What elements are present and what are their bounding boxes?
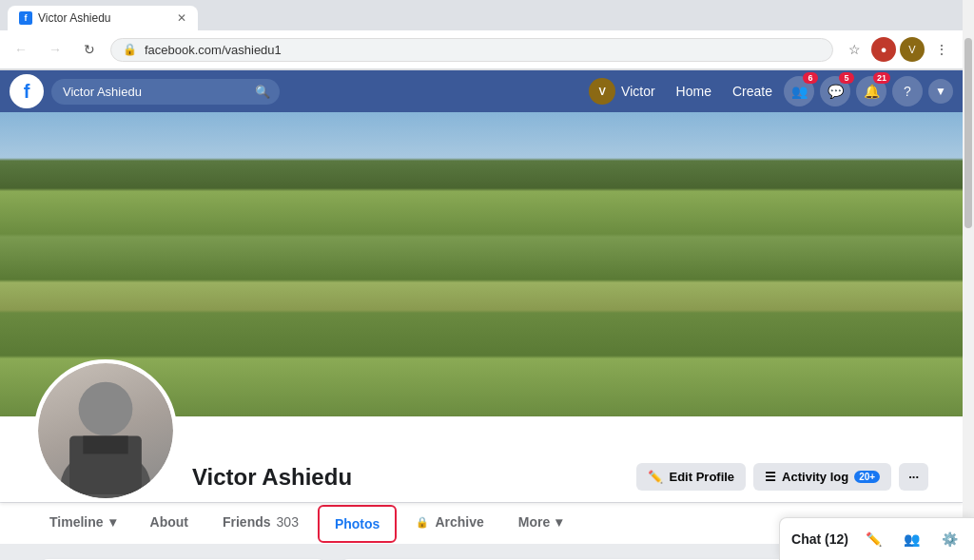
create-label: Create [732,84,772,99]
messages-icon: 💬 [828,84,844,99]
friends-count: 303 [277,514,299,530]
more-options-button[interactable]: ··· [899,463,928,491]
svg-point-0 [79,382,133,436]
profile-actions: ✏️ Edit Profile ☰ Activity log 20+ ··· [636,463,928,502]
user-avatar: V [589,78,615,105]
browser-tabs: f Victor Ashiedu ✕ [0,0,963,30]
search-input[interactable] [51,79,280,105]
account-dropdown-button[interactable]: ▼ [928,79,953,104]
timeline-dropdown-icon: ▾ [109,514,116,530]
photos-tab-label: Photos [335,516,380,531]
more-dropdown-icon: ▾ [555,514,562,530]
home-label: Home [676,84,711,99]
profile-circle-button[interactable]: ● [871,37,896,62]
tab-close-button[interactable]: ✕ [177,11,186,25]
notifications-badge: 21 [873,72,890,84]
messages-badge: 5 [839,72,854,84]
facebook-nav: V Victor Home Create 👥 6 💬 5 [579,72,953,110]
facebook-header: f 🔍 V Victor Home Create 👥 [0,70,963,112]
nav-user-profile[interactable]: V Victor [579,72,665,110]
facebook-logo[interactable]: f [10,74,44,108]
friends-badge: 6 [803,72,818,84]
chat-bar: Chat (12) ✏️ 👥 ⚙️ [779,517,963,560]
url-text: facebook.com/vashiedu1 [145,43,821,57]
notifications-icon: 🔔 [864,84,880,99]
nav-icons: 👥 6 💬 5 🔔 21 ? ▼ [784,76,953,106]
tab-archive[interactable]: 🔒 Archive [400,503,498,544]
profile-silhouette [38,363,173,498]
archive-lock-icon: 🔒 [416,516,429,529]
menu-button[interactable]: ⋮ [928,36,955,63]
browser-tab[interactable]: f Victor Ashiedu ✕ [8,6,198,30]
lock-icon: 🔒 [123,43,137,56]
chat-label: Chat (12) [791,531,848,547]
tab-timeline[interactable]: Timeline ▾ [34,503,131,544]
edit-icon: ✏️ [648,470,663,484]
browser-actions: ☆ ● V ⋮ [841,36,955,63]
address-bar[interactable]: 🔒 facebook.com/vashiedu1 [110,38,833,62]
tab-about[interactable]: About [135,503,204,544]
profile-page: Victor Ashiedu ✏️ Edit Profile ☰ Activit… [0,112,963,560]
profile-info-bar: Victor Ashiedu ✏️ Edit Profile ☰ Activit… [0,416,963,502]
browser-chrome: f Victor Ashiedu ✕ ← → ↻ 🔒 facebook.com/… [0,0,963,70]
back-icon: ← [14,42,28,57]
timeline-tab-label: Timeline [49,514,104,530]
nav-create[interactable]: Create [723,78,782,105]
reload-icon: ↻ [84,42,95,57]
friends-icon: 👥 [791,84,808,99]
help-icon: ? [904,84,911,99]
more-dots-icon: ··· [908,470,919,484]
forward-button[interactable]: → [42,36,68,63]
help-icon-button[interactable]: ? [892,76,923,106]
activity-log-icon: ☰ [765,470,776,484]
friends-icon-button[interactable]: 👥 6 [784,76,814,106]
chat-compose-button[interactable]: ✏️ [860,526,886,552]
notifications-icon-button[interactable]: 🔔 21 [856,76,886,106]
browser-toolbar: ← → ↻ 🔒 facebook.com/vashiedu1 ☆ ● V ⋮ [0,30,963,69]
fb-content: f Victor Ashiedu ✕ ← → ↻ 🔒 facebook.com/… [0,0,963,560]
nav-home[interactable]: Home [667,78,721,105]
activity-log-button[interactable]: ☰ Activity log 20+ [753,463,891,491]
chat-settings-button[interactable]: ⚙️ [936,526,963,552]
edit-profile-button[interactable]: ✏️ Edit Profile [636,463,746,491]
profile-avatar[interactable] [34,359,177,502]
tab-photos[interactable]: Photos [318,505,397,543]
activity-log-badge: 20+ [854,471,880,483]
search-container: 🔍 [51,79,280,105]
bookmark-button[interactable]: ☆ [841,36,867,63]
friends-tab-label: Friends [223,514,271,530]
activity-log-label: Activity log [782,470,848,484]
about-tab-label: About [150,514,188,530]
dropdown-chevron-icon: ▼ [935,85,946,98]
tab-title: Victor Ashiedu [38,11,111,25]
profile-avatar-image [38,363,173,498]
user-name-label: Victor [621,84,655,99]
tab-friends[interactable]: Friends 303 [207,503,314,544]
chat-contacts-button[interactable]: 👥 [898,526,925,552]
edit-profile-label: Edit Profile [669,470,734,484]
user-avatar-button[interactable]: V [900,37,925,62]
more-tab-label: More [518,514,550,530]
reload-button[interactable]: ↻ [76,36,103,63]
tab-more[interactable]: More ▾ [503,503,577,544]
svg-rect-3 [83,435,127,454]
back-button[interactable]: ← [8,36,34,63]
profile-name: Victor Ashiedu [192,464,621,502]
page-wrapper: f Victor Ashiedu ✕ ← → ↻ 🔒 facebook.com/… [0,0,974,560]
fb-logo-letter: f [24,81,30,103]
messages-icon-button[interactable]: 💬 5 [820,76,850,106]
forward-icon: → [49,42,62,57]
search-icon: 🔍 [255,85,270,99]
facebook-favicon: f [19,11,32,25]
archive-tab-label: Archive [435,514,483,530]
